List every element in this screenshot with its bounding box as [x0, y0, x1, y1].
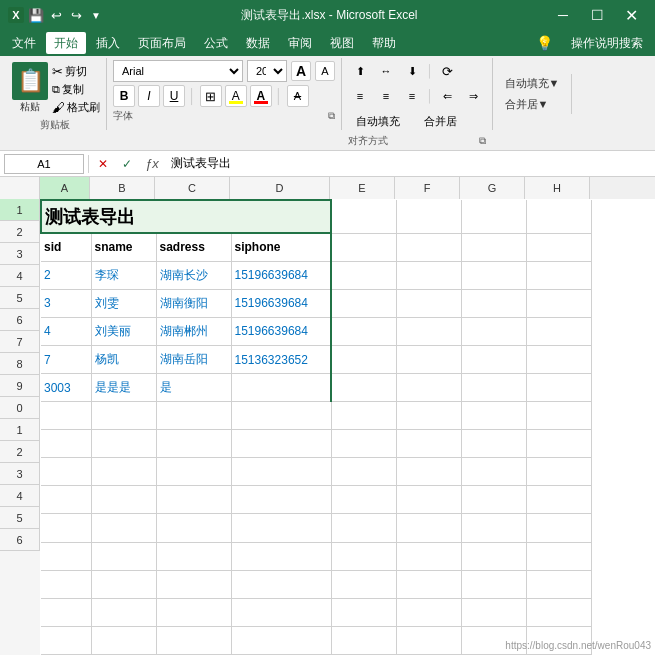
cell-e5[interactable]: [331, 317, 396, 345]
font-shrink-button[interactable]: A: [315, 61, 335, 81]
menu-insert[interactable]: 插入: [88, 32, 128, 54]
cell-d3[interactable]: 15196639684: [231, 261, 331, 289]
row-header-14[interactable]: 4: [0, 485, 40, 507]
cell-g2[interactable]: [461, 233, 526, 261]
minimize-button[interactable]: ─: [547, 4, 579, 26]
paste-button[interactable]: 📋 粘贴: [10, 60, 50, 116]
row-header-11[interactable]: 1: [0, 419, 40, 441]
cell-b6[interactable]: 杨凯: [91, 346, 156, 374]
cell-a5[interactable]: 4: [41, 317, 91, 345]
cut-button[interactable]: ✂剪切: [52, 64, 100, 79]
font-grow-button[interactable]: A: [291, 61, 311, 81]
cell-b5[interactable]: 刘美丽: [91, 317, 156, 345]
row-header-15[interactable]: 5: [0, 507, 40, 529]
row-header-2[interactable]: 2: [0, 221, 40, 243]
undo-icon[interactable]: ↩: [48, 7, 64, 23]
cell-f4[interactable]: [396, 289, 461, 317]
cell-f2[interactable]: [396, 233, 461, 261]
restore-button[interactable]: ☐: [581, 4, 613, 26]
redo-icon[interactable]: ↪: [68, 7, 84, 23]
menu-help[interactable]: 帮助: [364, 32, 404, 54]
menu-page-layout[interactable]: 页面布局: [130, 32, 194, 54]
strikethrough-button[interactable]: A: [287, 85, 309, 107]
bold-button[interactable]: B: [113, 85, 135, 107]
row-header-12[interactable]: 2: [0, 441, 40, 463]
cell-f5[interactable]: [396, 317, 461, 345]
menu-file[interactable]: 文件: [4, 32, 44, 54]
cell-b4[interactable]: 刘雯: [91, 289, 156, 317]
cell-c6[interactable]: 湖南岳阳: [156, 346, 231, 374]
indent-inc-button[interactable]: ⇒: [462, 85, 486, 107]
align-bottom-button[interactable]: ⬇: [400, 60, 424, 82]
cell-e2[interactable]: [331, 233, 396, 261]
cell-a6[interactable]: 7: [41, 346, 91, 374]
align-expand-icon[interactable]: ⧉: [479, 135, 486, 147]
font-size-select[interactable]: 20: [247, 60, 287, 82]
cell-h5[interactable]: [526, 317, 591, 345]
row-header-1[interactable]: 1: [0, 199, 40, 221]
wrap-text-button[interactable]: 自动填充: [348, 110, 408, 132]
row-header-7[interactable]: 7: [0, 331, 40, 353]
font-color-button[interactable]: A: [250, 85, 272, 107]
cell-d5[interactable]: 15196639684: [231, 317, 331, 345]
formula-input[interactable]: [167, 154, 651, 174]
cell-h1[interactable]: [526, 200, 591, 233]
col-header-g[interactable]: G: [460, 177, 525, 199]
save-icon[interactable]: 💾: [28, 7, 44, 23]
quick-access-toolbar[interactable]: X 💾 ↩ ↪ ▼: [8, 7, 104, 23]
text-direction-button[interactable]: ⟳: [436, 60, 460, 82]
col-header-h[interactable]: H: [525, 177, 590, 199]
menu-view[interactable]: 视图: [322, 32, 362, 54]
col-header-b[interactable]: B: [90, 177, 155, 199]
cell-c7[interactable]: 是: [156, 374, 231, 402]
cell-f1[interactable]: [396, 200, 461, 233]
align-middle-button[interactable]: ↔: [374, 60, 398, 82]
cell-a4[interactable]: 3: [41, 289, 91, 317]
cell-a8[interactable]: [41, 402, 91, 430]
col-header-a[interactable]: A: [40, 177, 90, 199]
cell-h7[interactable]: [526, 374, 591, 402]
row-header-6[interactable]: 6: [0, 309, 40, 331]
italic-button[interactable]: I: [138, 85, 160, 107]
cell-g1[interactable]: [461, 200, 526, 233]
menu-search[interactable]: 操作说明搜索: [563, 32, 651, 54]
row-header-8[interactable]: 8: [0, 353, 40, 375]
align-right-button[interactable]: ≡: [400, 85, 424, 107]
cell-c5[interactable]: 湖南郴州: [156, 317, 231, 345]
menu-review[interactable]: 审阅: [280, 32, 320, 54]
indent-dec-button[interactable]: ⇐: [436, 85, 460, 107]
menu-data[interactable]: 数据: [238, 32, 278, 54]
cell-d6[interactable]: 15136323652: [231, 346, 331, 374]
confirm-formula-button[interactable]: ✓: [117, 154, 137, 174]
window-controls[interactable]: ─ ☐ ✕: [547, 4, 647, 26]
row-header-4[interactable]: 4: [0, 265, 40, 287]
cell-g4[interactable]: [461, 289, 526, 317]
cell-a1[interactable]: 测试表导出: [41, 200, 331, 233]
font-expand-icon[interactable]: ⧉: [328, 110, 335, 122]
cell-d2[interactable]: siphone: [231, 233, 331, 261]
cell-b2[interactable]: sname: [91, 233, 156, 261]
menu-formula[interactable]: 公式: [196, 32, 236, 54]
cell-h2[interactable]: [526, 233, 591, 261]
col-header-d[interactable]: D: [230, 177, 330, 199]
row-header-9[interactable]: 9: [0, 375, 40, 397]
customize-icon[interactable]: ▼: [88, 7, 104, 23]
row-header-10[interactable]: 0: [0, 397, 40, 419]
cell-g3[interactable]: [461, 261, 526, 289]
cell-f3[interactable]: [396, 261, 461, 289]
cell-c3[interactable]: 湖南长沙: [156, 261, 231, 289]
cell-e4[interactable]: [331, 289, 396, 317]
copy-button[interactable]: ⧉复制: [52, 82, 100, 97]
format-painter-button[interactable]: 🖌格式刷: [52, 100, 100, 115]
cell-h3[interactable]: [526, 261, 591, 289]
row-header-16[interactable]: 6: [0, 529, 40, 551]
row-header-5[interactable]: 5: [0, 287, 40, 309]
cancel-formula-button[interactable]: ✕: [93, 154, 113, 174]
row-header-3[interactable]: 3: [0, 243, 40, 265]
cell-a7[interactable]: 3003: [41, 374, 91, 402]
cell-f7[interactable]: [396, 374, 461, 402]
align-left-button[interactable]: ≡: [348, 85, 372, 107]
cell-b7[interactable]: 是是是: [91, 374, 156, 402]
cell-a2[interactable]: sid: [41, 233, 91, 261]
col-header-f[interactable]: F: [395, 177, 460, 199]
